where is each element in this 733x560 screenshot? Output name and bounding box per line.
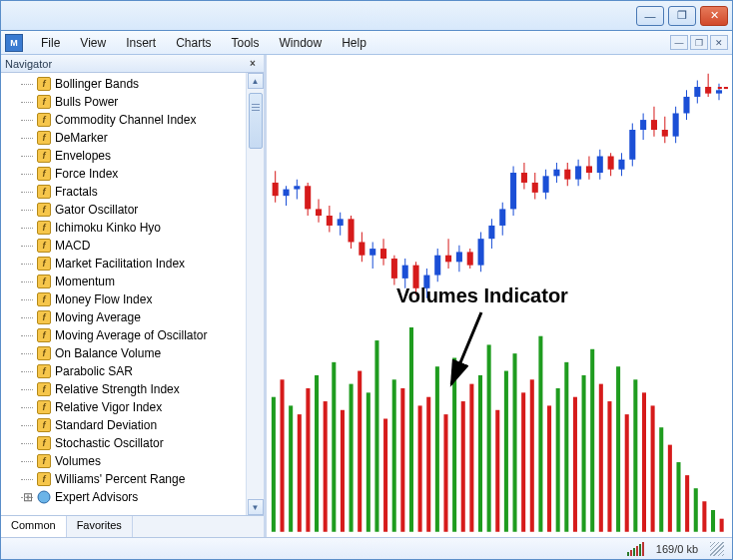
indicator-label: On Balance Volume — [55, 346, 161, 360]
indicator-item[interactable]: fMoney Flow Index — [1, 290, 246, 308]
mdi-close-button[interactable]: ✕ — [710, 35, 728, 50]
indicator-label: Envelopes — [55, 149, 111, 163]
tab-favorites[interactable]: Favorites — [67, 516, 133, 537]
indicator-label: Momentum — [55, 275, 115, 288]
navigator-scrollbar[interactable]: ▲ ▼ — [246, 73, 264, 515]
svg-rect-40 — [478, 239, 484, 265]
svg-rect-106 — [435, 366, 439, 532]
svg-rect-52 — [543, 176, 549, 193]
svg-rect-97 — [358, 371, 362, 532]
indicator-item[interactable]: fIchimoku Kinko Hyo — [1, 219, 246, 237]
indicator-item[interactable]: fBulls Power — [1, 93, 246, 111]
svg-rect-80 — [694, 87, 700, 97]
indicator-item[interactable]: fMoving Average — [1, 308, 246, 326]
mdi-minimize-button[interactable]: — — [670, 35, 688, 50]
menu-tools[interactable]: Tools — [222, 33, 270, 53]
menu-view[interactable]: View — [70, 33, 116, 53]
navigator-header[interactable]: Navigator × — [1, 55, 264, 73]
indicator-item[interactable]: fDeMarker — [1, 129, 246, 147]
svg-rect-125 — [599, 384, 603, 532]
indicator-label: Ichimoku Kinko Hyo — [55, 221, 161, 235]
indicator-icon: f — [37, 275, 51, 288]
svg-rect-54 — [553, 170, 559, 177]
svg-rect-96 — [350, 384, 354, 532]
svg-rect-16 — [348, 219, 354, 242]
indicator-item[interactable]: fCommodity Channel Index — [1, 111, 246, 129]
navigator-tree[interactable]: fBollinger BandsfBulls PowerfCommodity C… — [1, 73, 246, 515]
indicator-item[interactable]: fStandard Deviation — [1, 416, 246, 434]
window-maximize-button[interactable]: ❐ — [668, 6, 696, 26]
menu-insert[interactable]: Insert — [116, 33, 166, 53]
expert-advisors-node[interactable]: ⊞Expert Advisors — [1, 488, 246, 506]
svg-rect-78 — [683, 97, 689, 114]
mdi-buttons: — ❐ ✕ — [670, 35, 728, 50]
indicator-icon: f — [37, 418, 51, 432]
indicator-label: Force Index — [55, 167, 118, 181]
menu-file[interactable]: File — [31, 33, 70, 53]
scroll-thumb[interactable] — [249, 93, 263, 149]
indicator-item[interactable]: fMomentum — [1, 273, 246, 290]
svg-rect-123 — [582, 375, 586, 532]
svg-rect-118 — [538, 336, 542, 532]
svg-rect-113 — [495, 410, 499, 532]
indicator-item[interactable]: fStochastic Oscillator — [1, 434, 246, 452]
menu-charts[interactable]: Charts — [166, 33, 221, 53]
window-minimize-button[interactable]: — — [636, 6, 664, 26]
indicator-item[interactable]: fParabolic SAR — [1, 362, 246, 380]
tab-common[interactable]: Common — [1, 516, 67, 537]
svg-rect-20 — [369, 249, 375, 256]
menu-help[interactable]: Help — [332, 33, 376, 53]
chart-area[interactable]: Volumes Indicator — [267, 55, 732, 537]
indicator-item[interactable]: fMACD — [1, 237, 246, 255]
svg-rect-109 — [461, 401, 465, 532]
indicator-item[interactable]: fGator Oscillator — [1, 201, 246, 219]
svg-rect-34 — [445, 256, 451, 263]
navigator-close-button[interactable]: × — [246, 57, 260, 71]
svg-rect-115 — [513, 353, 517, 532]
svg-rect-124 — [590, 349, 594, 532]
svg-rect-84 — [716, 90, 722, 93]
indicator-icon: f — [37, 454, 51, 468]
indicator-icon: f — [37, 310, 51, 324]
indicator-item[interactable]: fOn Balance Volume — [1, 344, 246, 362]
indicator-icon: f — [37, 400, 51, 414]
svg-rect-138 — [711, 510, 715, 532]
indicator-item[interactable]: fRelative Vigor Index — [1, 398, 246, 416]
indicator-icon: f — [37, 436, 51, 450]
indicator-item[interactable]: fWilliams' Percent Range — [1, 470, 246, 488]
indicator-item[interactable]: fVolumes — [1, 452, 246, 470]
svg-rect-32 — [434, 256, 440, 276]
scroll-up-button[interactable]: ▲ — [248, 73, 264, 89]
svg-rect-82 — [705, 87, 711, 94]
indicator-item[interactable]: fRelative Strength Index — [1, 380, 246, 398]
svg-rect-68 — [629, 130, 635, 160]
indicator-item[interactable]: fMarket Facilitation Index — [1, 255, 246, 273]
resize-grip[interactable] — [710, 542, 724, 556]
svg-rect-42 — [488, 226, 494, 239]
svg-rect-92 — [315, 375, 319, 532]
indicator-item[interactable]: fMoving Average of Oscillator — [1, 326, 246, 344]
svg-rect-91 — [306, 388, 310, 532]
indicator-icon: f — [37, 77, 51, 91]
indicator-icon: f — [37, 95, 51, 109]
indicator-item[interactable]: fBollinger Bands — [1, 75, 246, 93]
indicator-icon: f — [37, 257, 51, 271]
svg-rect-120 — [556, 388, 560, 532]
indicator-label: Relative Strength Index — [55, 382, 180, 396]
svg-rect-88 — [281, 379, 285, 531]
window-titlebar: — ❐ ✕ — [1, 1, 732, 31]
indicator-icon: f — [37, 167, 51, 181]
window-close-button[interactable]: ✕ — [700, 6, 728, 26]
svg-rect-111 — [478, 375, 482, 532]
svg-rect-98 — [366, 392, 370, 531]
app-icon: M — [5, 34, 23, 52]
scroll-down-button[interactable]: ▼ — [248, 499, 264, 515]
indicator-item[interactable]: fEnvelopes — [1, 147, 246, 165]
menu-window[interactable]: Window — [270, 33, 333, 53]
svg-rect-56 — [564, 170, 570, 180]
indicator-item[interactable]: fForce Index — [1, 165, 246, 183]
indicator-icon: f — [37, 203, 51, 217]
mdi-restore-button[interactable]: ❐ — [690, 35, 708, 50]
indicator-label: Commodity Channel Index — [55, 113, 196, 127]
indicator-item[interactable]: fFractals — [1, 183, 246, 201]
